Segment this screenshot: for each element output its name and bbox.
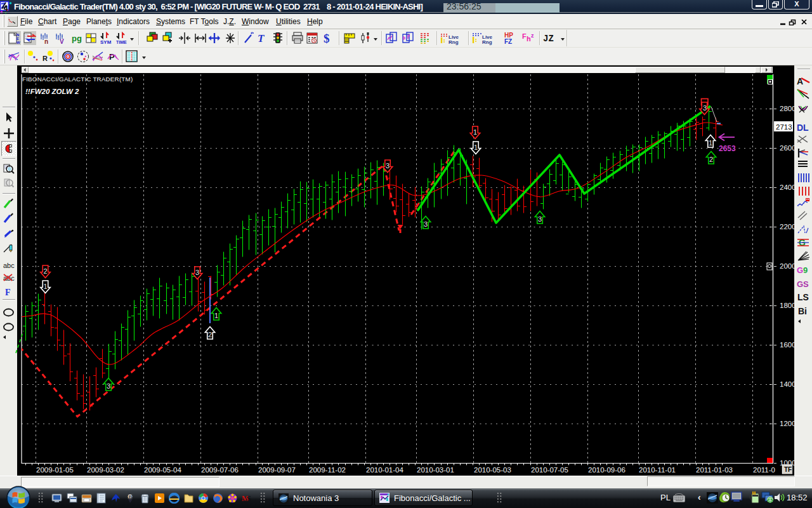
svg-text:SYM: SYM bbox=[100, 39, 112, 45]
svg-text:Bi: Bi bbox=[798, 306, 807, 316]
svg-text:A: A bbox=[797, 76, 803, 86]
svg-text:Rng: Rng bbox=[482, 39, 492, 45]
svg-text:W: W bbox=[16, 41, 20, 44]
svg-text:F: F bbox=[522, 32, 527, 40]
svg-text:F: F bbox=[5, 288, 11, 297]
svg-text:$: $ bbox=[324, 32, 330, 45]
svg-text:P: P bbox=[109, 52, 115, 62]
svg-text:z: z bbox=[531, 32, 534, 39]
svg-text:DL: DL bbox=[797, 123, 809, 133]
svg-text:B: B bbox=[129, 494, 133, 500]
svg-text:FZ: FZ bbox=[504, 38, 512, 45]
svg-text:h: h bbox=[527, 35, 531, 43]
svg-text:JZ: JZ bbox=[543, 34, 554, 44]
svg-text:V: V bbox=[60, 38, 64, 45]
svg-text:pg: pg bbox=[72, 34, 82, 43]
svg-text:G: G bbox=[797, 265, 803, 275]
svg-text:Rng: Rng bbox=[449, 39, 459, 45]
svg-text:S: S bbox=[247, 494, 251, 503]
svg-text:R: R bbox=[43, 55, 48, 62]
svg-text:T: T bbox=[258, 32, 265, 44]
svg-text:n: n bbox=[44, 38, 48, 45]
svg-text:TIME: TIME bbox=[116, 40, 127, 44]
svg-text:abc: abc bbox=[3, 262, 15, 269]
svg-text:GS: GS bbox=[797, 279, 809, 289]
svg-text:9: 9 bbox=[803, 265, 808, 275]
svg-text:LS: LS bbox=[797, 292, 809, 302]
